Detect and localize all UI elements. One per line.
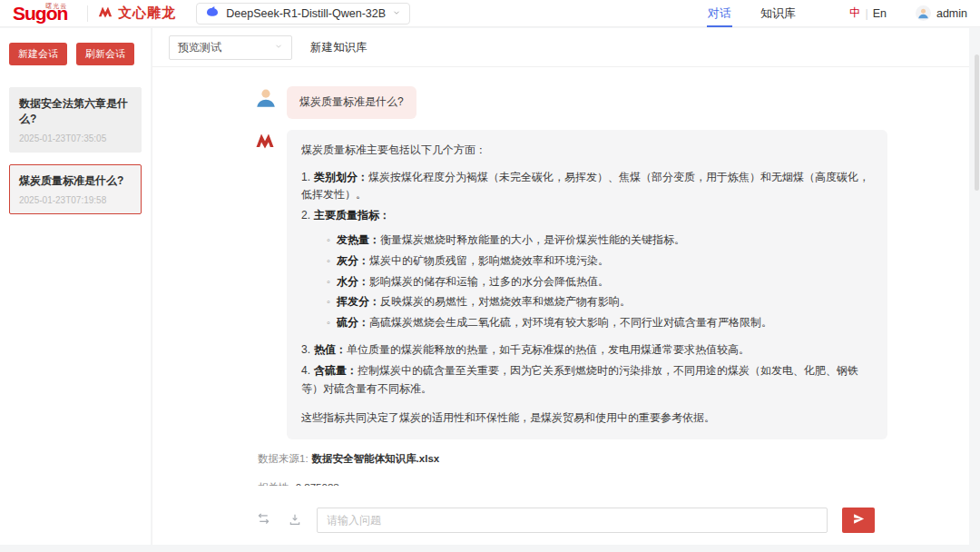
data-sources: 数据来源1:数据安全智能体知识库.xlsx 相关性:0.875083 数据来源2…	[258, 452, 897, 486]
send-icon	[852, 512, 866, 528]
answer-item-3: 3.热值：单位质量的煤炭能释放的热量，如千克标准煤的热值，发电用煤通常要求热值较…	[301, 341, 873, 360]
header-tabs: 对话 知识库	[707, 0, 797, 27]
page-scrollbar[interactable]	[975, 54, 979, 191]
answer-intro: 煤炭质量标准主要包括以下几个方面：	[301, 142, 873, 160]
lang-zh[interactable]: 中	[849, 5, 861, 21]
kb-selected-value: 预览测试	[178, 40, 221, 55]
conversation-timestamp: 2025-01-23T07:19:58	[19, 195, 132, 205]
flame-icon	[97, 4, 113, 24]
answer-item-4: 4.含硫量：控制煤炭中的硫含量至关重要，因为它关系到燃烧时的污染排放，不同用途的…	[301, 362, 873, 399]
assistant-message: 煤炭质量标准主要包括以下几个方面： 1.类别划分：煤炭按煤化程度分为褐煤（未完全…	[287, 130, 887, 439]
conversation-item-selected[interactable]: 煤炭质量标准是什么? 2025-01-23T07:19:58	[9, 164, 142, 214]
user-menu[interactable]: admin	[916, 5, 967, 21]
model-name: DeepSeek-R1-Distill-Qwen-32B	[226, 7, 386, 20]
list-item: 灰分：煤炭中的矿物质残留，影响燃烧效率和环境污染。	[327, 252, 873, 271]
composer	[254, 507, 875, 534]
user-message-row: 煤炭质量标准是什么?	[254, 86, 897, 119]
admin-avatar-icon	[916, 5, 931, 21]
clear-context-button[interactable]	[254, 509, 273, 531]
answer-conclusion: 这些指标共同决定了煤炭的适用性和环保性能，是煤炭贸易和使用中的重要参考依据。	[301, 409, 873, 428]
chevron-down-icon	[274, 41, 283, 54]
new-chat-button[interactable]: 新建会话	[9, 43, 67, 65]
list-item: 挥发分：反映煤炭的易燃性，对燃烧效率和燃烧产物有影响。	[327, 293, 873, 311]
language-toggle[interactable]: 中 | En	[849, 5, 887, 21]
lang-separator: |	[865, 7, 867, 20]
model-selector[interactable]: DeepSeek-R1-Distill-Qwen-32B	[196, 3, 410, 25]
kb-toolbar: 预览测试 新建知识库	[152, 28, 969, 67]
chat-history[interactable]: 煤炭质量标准是什么? 煤炭质量标准主要包括以下几个方面： 1.类别划分：煤炭按煤…	[152, 68, 969, 486]
chevron-down-icon	[392, 7, 401, 20]
sidebar-actions: 新建会话 刷新会话	[9, 43, 142, 65]
header-divider	[87, 5, 88, 22]
product-name: 文心雕龙	[118, 5, 176, 22]
tab-knowledge-base[interactable]: 知识库	[760, 0, 797, 27]
quality-indicator-list: 发热量：衡量煤炭燃烧时释放能量的大小，是评价煤炭性能的关键指标。 灰分：煤炭中的…	[327, 232, 873, 332]
app-window: 曙光云 Sugon 文心雕龙 DeepSeek-R1-Distill-Qwen-…	[0, 0, 980, 552]
list-item: 发热量：衡量煤炭燃烧时释放能量的大小，是评价煤炭性能的关键指标。	[327, 232, 873, 250]
conversation-title: 数据安全法第六章是什么?	[19, 96, 132, 127]
question-input[interactable]	[317, 508, 828, 533]
download-icon	[288, 512, 302, 529]
new-kb-link[interactable]: 新建知识库	[310, 40, 368, 55]
answer-item-2: 2.主要质量指标：	[301, 207, 873, 225]
header: 曙光云 Sugon 文心雕龙 DeepSeek-R1-Distill-Qwen-…	[0, 0, 980, 27]
assistant-message-row: 煤炭质量标准主要包括以下几个方面： 1.类别划分：煤炭按煤化程度分为褐煤（未完全…	[254, 130, 897, 439]
send-button[interactable]	[842, 508, 875, 533]
source-line: 数据来源1:数据安全智能体知识库.xlsx	[258, 452, 897, 466]
exchange-arrows-icon	[256, 511, 271, 529]
conversation-timestamp: 2025-01-23T07:35:05	[19, 133, 132, 143]
answer-item-1: 1.类别划分：煤炭按煤化程度分为褐煤（未完全碳化，易挥发）、焦煤（部分变质，用于…	[301, 169, 873, 205]
user-avatar-icon	[254, 86, 278, 110]
list-item: 硫分：高硫煤炭燃烧会生成二氧化硫，对环境有较大影响，不同行业对硫含量有严格限制。	[327, 314, 873, 332]
export-button[interactable]	[286, 510, 304, 531]
knowledge-base-selector[interactable]: 预览测试	[169, 35, 292, 60]
refresh-chat-button[interactable]: 刷新会话	[76, 43, 134, 65]
assistant-avatar-icon	[254, 130, 278, 153]
wenxin-logo: 文心雕龙	[97, 4, 176, 24]
conversation-item[interactable]: 数据安全法第六章是什么? 2025-01-23T07:35:05	[9, 87, 142, 153]
sidebar: 新建会话 刷新会话 数据安全法第六章是什么? 2025-01-23T07:35:…	[0, 28, 151, 545]
list-item: 水分：影响煤炭的储存和运输，过多的水分会降低热值。	[327, 273, 873, 291]
main-panel: 预览测试 新建知识库 煤炭质量标准是什么? 煤炭质量标准主要包括以下几个方面：	[152, 28, 969, 545]
lang-en[interactable]: En	[873, 7, 887, 20]
sugon-cloud-label: 曙光云	[45, 2, 67, 11]
username: admin	[936, 7, 967, 20]
sugon-logo: 曙光云 Sugon	[13, 4, 67, 24]
relevance-line: 相关性:0.875083	[258, 481, 897, 486]
tab-chat[interactable]: 对话	[707, 0, 732, 27]
deepseek-whale-icon	[205, 5, 220, 22]
conversation-title: 煤炭质量标准是什么?	[19, 173, 132, 189]
user-message: 煤炭质量标准是什么?	[287, 86, 416, 119]
